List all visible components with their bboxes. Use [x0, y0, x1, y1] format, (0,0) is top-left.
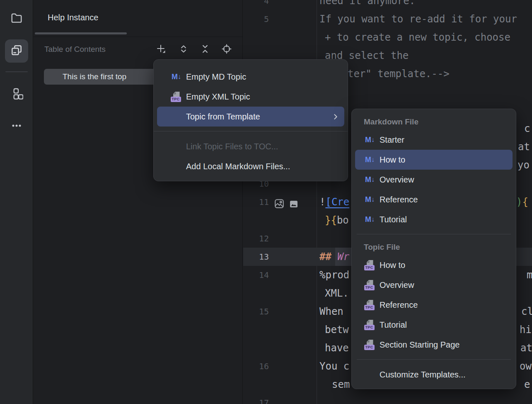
code-fragment: hi — [520, 321, 532, 339]
menu-section-header: Topic File — [352, 239, 516, 255]
markdown-file-icon: M↓ — [364, 154, 375, 165]
more-icon — [10, 119, 23, 134]
line-number: 12 — [243, 229, 269, 248]
code-fragment: ![Cre — [319, 193, 349, 211]
select-opened-file-icon — [221, 43, 232, 56]
code-fragment: ow — [520, 357, 532, 375]
markdown-file-icon: M↓ — [364, 134, 375, 146]
expand-all-icon — [178, 44, 189, 56]
add-button[interactable] — [155, 44, 167, 56]
stripe-divider — [5, 71, 28, 72]
code-fragment: sem — [332, 375, 350, 394]
markdown-file-icon: M↓ — [364, 214, 375, 225]
code-fragment: }{bo — [325, 211, 349, 229]
menu-item[interactable]: M↓Empty MD Topic — [157, 67, 344, 87]
collapse-all-icon — [200, 44, 210, 56]
markdown-file-icon: M↓ — [364, 194, 375, 205]
menu-item[interactable]: Customize Templates... — [355, 365, 513, 385]
code-fragment: XML. — [325, 284, 349, 302]
menu-item-label: Overview — [380, 175, 414, 185]
menu-item-label: Tutorial — [380, 215, 407, 224]
menu-item-label: How to — [380, 155, 405, 165]
menu-item[interactable]: M↓Tutorial — [355, 209, 513, 229]
menu-item[interactable]: TPCReference — [355, 295, 513, 315]
topic-file-icon: TPC — [364, 339, 375, 350]
menu-item-label: Empty MD Topic — [186, 72, 246, 82]
icon-placeholder — [170, 161, 182, 172]
menu-item[interactable]: TPCSection Starting Page — [355, 335, 513, 355]
code-fragment: betw — [325, 321, 349, 339]
collapse-all-button[interactable] — [199, 44, 211, 56]
editor-line[interactable]: 5If you want to re-add it for your — [243, 10, 532, 28]
code-fragment: have — [325, 339, 349, 357]
menu-item[interactable]: Topic from Template — [157, 107, 344, 127]
menu-item[interactable]: TPCEmpty XML Topic — [157, 87, 344, 107]
line-number: 17 — [243, 394, 269, 404]
add-icon — [155, 43, 167, 56]
menu-item[interactable]: TPCOverview — [355, 275, 513, 295]
topic-file-icon: TPC — [364, 319, 375, 331]
menu-item-label: Topic from Template — [186, 112, 260, 122]
code-fragment: m — [527, 266, 532, 284]
panel-header: Help Instance — [34, 0, 242, 37]
folder-icon-button[interactable] — [5, 7, 28, 30]
markdown-file-icon: M↓ — [170, 71, 182, 83]
line-number: 13 — [243, 248, 269, 266]
select-opened-file-button[interactable] — [220, 44, 233, 56]
topic-file-icon: TPC — [364, 279, 375, 291]
image-filled-icon[interactable] — [289, 197, 300, 207]
menu-item-label: Tutorial — [380, 320, 407, 330]
line-number: 4 — [243, 0, 269, 10]
menu-item[interactable]: TPCHow to — [355, 255, 513, 275]
line-number: 16 — [243, 357, 269, 375]
code-fragment: You c — [319, 357, 349, 375]
editor-line[interactable]: 17 — [243, 394, 532, 404]
line-number: 14 — [243, 266, 269, 284]
editor-windows-icon — [10, 44, 23, 58]
icon-placeholder — [364, 369, 375, 380]
menu-item-label: Empty XML Topic — [186, 92, 250, 102]
code-fragment: %prod — [319, 266, 349, 284]
documentation-tool-window-button[interactable] — [5, 39, 28, 63]
code-fragment: + to create a new topic, choose — [325, 28, 510, 46]
code-fragment: ## Wr — [319, 248, 349, 266]
menu-separator — [154, 131, 348, 131]
code-fragment: ){ — [516, 193, 528, 211]
markdown-file-icon: M↓ — [364, 174, 375, 185]
menu-section-header: Markdown File — [352, 114, 516, 130]
code-fragment: If you want to re-add it for your — [319, 10, 517, 28]
menu-item-label: Reference — [380, 195, 418, 204]
code-fragment: cl — [521, 302, 532, 321]
menu-item-label: Customize Templates... — [380, 370, 466, 380]
topic-file-icon: TPC — [364, 299, 375, 311]
menu-item[interactable]: Add Local Markdown Files... — [157, 156, 344, 176]
editor-line[interactable]: 4need it anymore. — [243, 0, 532, 10]
menu-item[interactable]: M↓How to — [355, 150, 513, 170]
menu-item[interactable]: TPCTutorial — [355, 315, 513, 335]
add-topic-context-menu: M↓Empty MD TopicTPCEmpty XML TopicTopic … — [153, 59, 348, 181]
menu-item[interactable]: M↓Reference — [355, 190, 513, 209]
menu-item[interactable]: Link Topic Files to TOC... — [157, 136, 344, 156]
ide-window: Help Instance Table of Contents — [0, 0, 532, 404]
expand-all-button[interactable] — [177, 44, 190, 56]
code-fragment: need it anymore. — [319, 0, 415, 10]
menu-item-label: Overview — [380, 280, 414, 290]
icon-placeholder — [170, 111, 182, 122]
tool-window-stripe — [0, 0, 33, 404]
horizontal-scrollbar-thumb[interactable] — [35, 32, 127, 34]
menu-item[interactable]: M↓Starter — [355, 130, 513, 150]
line-number: 15 — [243, 302, 269, 321]
menu-item-label: Starter — [380, 135, 404, 145]
image-outline-icon[interactable] — [274, 197, 285, 207]
menu-item-label: How to — [380, 260, 405, 270]
folder-icon — [10, 12, 23, 26]
menu-item[interactable]: M↓Overview — [355, 170, 513, 190]
submenu-chevron-right-icon — [332, 114, 339, 120]
structure-tool-window-button[interactable] — [5, 83, 28, 106]
code-fragment: ter" template.--> — [348, 65, 450, 83]
menu-item-label: Reference — [380, 300, 418, 310]
more-tool-windows-button[interactable] — [5, 115, 28, 138]
editor-line[interactable]: + to create a new topic, choose — [243, 28, 532, 46]
code-fragment: c — [524, 119, 530, 138]
topic-file-icon: TPC — [170, 91, 182, 102]
